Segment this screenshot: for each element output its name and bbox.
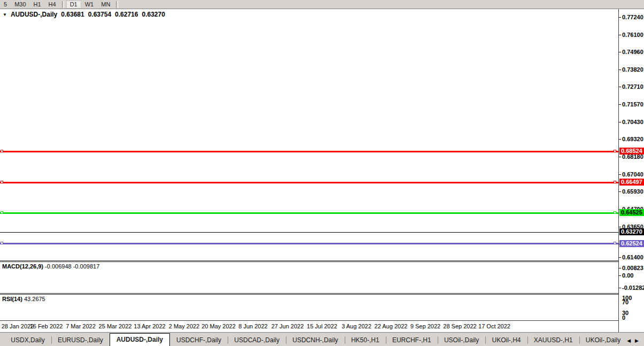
macd-panel[interactable]: MACD(12,26,9) -0.006948 -0.009817 [0, 262, 618, 293]
macd-tick-mark [619, 275, 621, 276]
ohlc-low: 0.62716 [115, 11, 138, 18]
date-label: 27 Jun 2022 [271, 323, 304, 329]
tab-usoil-daily[interactable]: USOil-,Daily [438, 335, 485, 346]
date-label: 2 May 2022 [169, 323, 199, 329]
timeframe-button-5[interactable]: 5 [0, 1, 11, 9]
price-tick-label: 0.76100 [622, 32, 643, 38]
tab-usdx-daily[interactable]: USDX,Daily [4, 335, 51, 346]
tab-ukoil-h4[interactable]: UKOil-,H4 [486, 335, 527, 346]
price-tick-label: 0.73820 [622, 66, 643, 73]
macd-main-value: -0.006948 [45, 263, 72, 270]
price-chart-panel[interactable]: ▼ AUDUSD-,Daily 0.63681 0.63754 0.62716 … [0, 9, 618, 260]
timeframe-button-h4[interactable]: H4 [45, 1, 60, 9]
price-tick-label: 0.74960 [622, 49, 643, 55]
price-tick-label: 0.61400 [622, 254, 643, 260]
tab-usdchf-daily[interactable]: USDCHF-,Daily [170, 335, 228, 346]
rsi-panel[interactable]: RSI(14) 43.2675 [0, 295, 618, 320]
timeframe-button-m30[interactable]: M30 [11, 1, 29, 9]
rsi-value: 43.2675 [24, 296, 45, 302]
collapse-triangle-icon[interactable]: ▼ [3, 12, 7, 17]
rsi-axis-label: 70 [622, 299, 629, 305]
tab-usdcad-daily[interactable]: USDCAD-,Daily [228, 335, 286, 346]
candlestick-canvas[interactable] [0, 9, 618, 260]
date-label: 16 Feb 2022 [30, 323, 63, 329]
macd-signal-value: -0.009817 [73, 263, 100, 270]
toolbar-separator [116, 1, 118, 8]
macd-axis-label: 0.00 [622, 272, 633, 279]
date-label: 28 Jan 2022 [2, 323, 34, 329]
line-handle[interactable] [614, 242, 616, 244]
mt4-window: 5M30H1H4D1W1MN ▼ AUDUSD-,Daily 0.63681 0… [0, 0, 644, 346]
price-tick-mark [619, 157, 621, 157]
price-axis[interactable]: 0.772400.761000.749600.738200.727100.715… [618, 9, 644, 332]
tab-audusd-daily[interactable]: AUDUSD-,Daily [110, 333, 170, 346]
price-tick-mark [619, 52, 621, 52]
ohlc-open: 0.63681 [61, 11, 84, 18]
price-tick-mark [619, 191, 621, 192]
timeframe-button-mn[interactable]: MN [97, 1, 114, 9]
chart-workspace: ▼ AUDUSD-,Daily 0.63681 0.63754 0.62716 … [0, 9, 644, 332]
rsi-canvas[interactable] [0, 295, 618, 320]
ohlc-high: 0.63754 [88, 11, 111, 18]
line-handle[interactable] [614, 181, 616, 183]
price-tick-label: 0.71570 [622, 101, 643, 107]
timeframe-button-h1[interactable]: H1 [30, 1, 45, 9]
date-label: 17 Oct 2022 [478, 323, 510, 329]
tab-eurusd-daily[interactable]: EURUSD-,Daily [51, 335, 110, 346]
tab-scroll-next-icon[interactable]: ▶ [635, 338, 639, 343]
rsi-axis-label: 0 [622, 314, 625, 321]
tab-usdcnh-daily[interactable]: USDCNH-,Daily [286, 335, 344, 346]
date-label: 3 Aug 2022 [342, 323, 371, 329]
price-tick-label: 0.69320 [622, 136, 643, 142]
price-line-label: 0.63270 [619, 228, 644, 235]
date-axis[interactable]: 28 Jan 202216 Feb 20227 Mar 202225 Mar 2… [0, 320, 618, 332]
macd-name: MACD(12,26,9) [2, 263, 43, 270]
macd-tick-mark [619, 268, 621, 268]
date-label: 8 Jun 2022 [238, 323, 267, 329]
toolbar-separator [62, 1, 64, 8]
timeframe-toolbar[interactable]: 5M30H1H4D1W1MN [0, 0, 644, 9]
date-label: 20 May 2022 [201, 323, 236, 329]
tab-eurchf-h1[interactable]: EURCHF-,H1 [386, 335, 438, 346]
line-handle[interactable] [614, 150, 616, 152]
support-resistance-line[interactable] [0, 151, 618, 152]
timeframe-button-d1[interactable]: D1 [66, 1, 81, 9]
chart-panels: ▼ AUDUSD-,Daily 0.63681 0.63754 0.62716 … [0, 9, 618, 332]
price-tick-label: 0.70430 [622, 119, 643, 125]
chart-title: ▼ AUDUSD-,Daily 0.63681 0.63754 0.62716 … [3, 11, 169, 18]
price-line-label: 0.64525 [619, 209, 644, 216]
macd-axis-label: -0.01282 [622, 285, 644, 291]
rsi-name: RSI(14) [2, 296, 22, 302]
price-tick-mark [619, 227, 621, 227]
support-resistance-line[interactable] [0, 212, 618, 214]
timeframe-button-w1[interactable]: W1 [81, 1, 98, 9]
price-tick-mark [619, 257, 621, 258]
price-tick-mark [619, 122, 621, 122]
macd-axis-label: 0.00823 [622, 265, 643, 271]
price-tick-label: 0.77240 [622, 14, 643, 20]
line-handle[interactable] [614, 211, 616, 214]
date-label: 13 Apr 2022 [134, 323, 165, 329]
chart-tabbar[interactable]: USDX,DailyEURUSD-,DailyAUDUSD-,DailyUSDC… [0, 332, 644, 346]
macd-label: MACD(12,26,9) -0.006948 -0.009817 [2, 263, 99, 270]
price-tick-mark [619, 35, 621, 35]
chart-symbol-label: AUDUSD-,Daily [11, 11, 57, 18]
date-label: 15 Jul 2022 [307, 323, 337, 329]
tab-xauusd-h1[interactable]: XAUUSD-,H1 [527, 335, 579, 346]
line-handle[interactable] [1, 181, 3, 183]
tab-ukoil-daily[interactable]: UKOil-,Daily [579, 335, 627, 346]
line-handle[interactable] [1, 211, 3, 214]
date-label: 9 Sep 2022 [410, 323, 440, 329]
line-handle[interactable] [1, 242, 3, 244]
date-label: 28 Sep 2022 [443, 323, 476, 329]
support-resistance-line[interactable] [0, 182, 618, 183]
support-resistance-line[interactable] [0, 243, 618, 244]
price-tick-label: 0.65930 [622, 188, 643, 195]
macd-tick-mark [619, 288, 621, 288]
current-price-line[interactable] [0, 232, 618, 233]
ohlc-close: 0.63270 [142, 11, 165, 18]
tab-hk50-h1[interactable]: HK50-,H1 [345, 335, 386, 346]
tab-scroll-nav[interactable]: ◀▶ [627, 338, 644, 343]
line-handle[interactable] [1, 150, 3, 152]
tab-scroll-prev-icon[interactable]: ◀ [627, 338, 631, 343]
